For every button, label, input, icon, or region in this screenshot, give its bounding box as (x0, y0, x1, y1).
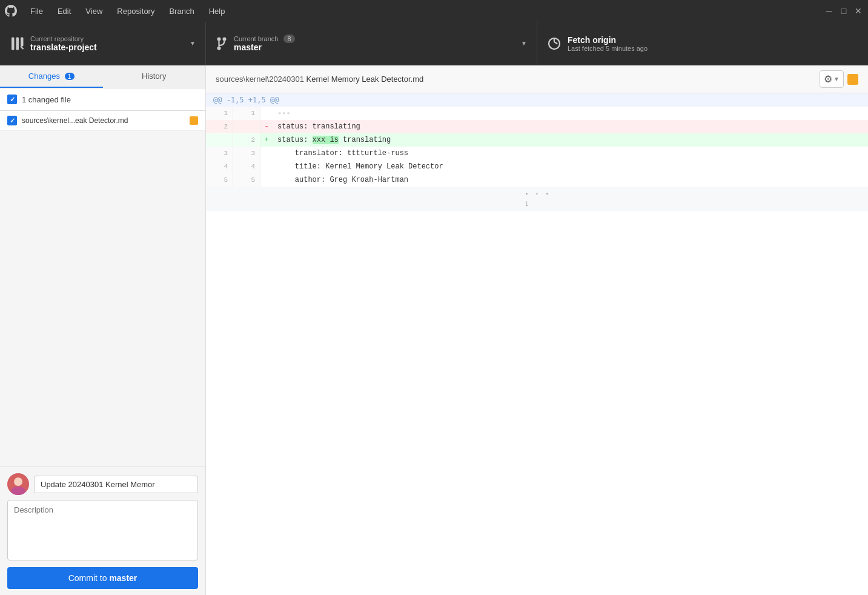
diff-badge-button[interactable] (847, 74, 858, 85)
branch-chevron-icon: ▼ (521, 40, 527, 47)
repo-icon (10, 36, 24, 51)
commit-button[interactable]: Commit to master (7, 567, 198, 589)
file-item[interactable]: sources\kernel...eak Detector.md (0, 111, 205, 131)
svg-point-4 (223, 37, 227, 41)
diff-line-4: 4 4 title: Kernel Memory Leak Detector (206, 160, 868, 173)
diff-line-removed-2: 2 - status: translating (206, 120, 868, 133)
diff-highlight-span: xxx is (313, 136, 339, 144)
diff-line-5: 5 5 author: Greg Kroah-Hartman (206, 173, 868, 187)
diff-line-added-2: 2 + status: xxx is translating (206, 133, 868, 147)
diff-line-1: 1 1 --- (206, 107, 868, 120)
diff-settings-button[interactable]: ⚙▼ (820, 70, 844, 88)
fetch-label: Fetch origin (568, 35, 648, 45)
changed-files-header: 1 changed file (0, 88, 205, 111)
diff-line-3: 3 3 translator: tttturtle-russ (206, 147, 868, 160)
svg-point-5 (217, 46, 221, 50)
commit-summary-input[interactable] (34, 476, 198, 493)
diff-hunk-header: @@ -1,5 +1,5 @@ (206, 93, 868, 107)
current-branch-section[interactable]: Current branch 8 master ▼ (206, 22, 537, 65)
branch-name: master (234, 42, 295, 52)
changed-files-count: 1 changed file (22, 95, 71, 104)
select-all-checkbox[interactable] (7, 95, 17, 104)
svg-point-3 (217, 37, 221, 41)
repo-label: Current repository (30, 35, 97, 42)
diff-header: sources\kernel\20240301 Kernel Memory Le… (206, 65, 868, 93)
commit-area: Commit to master (0, 467, 205, 595)
repo-name: translate-project (30, 42, 97, 52)
file-name: sources\kernel...eak Detector.md (22, 116, 185, 125)
minimize-button[interactable]: ─ (824, 6, 834, 16)
fetch-sublabel: Last fetched 5 minutes ago (568, 45, 648, 52)
toolbar: Current repository translate-project ▼ C… (0, 22, 868, 65)
svg-point-8 (14, 477, 22, 486)
branch-label: Current branch 8 (234, 35, 295, 42)
window-controls: ─ □ ✕ (824, 6, 863, 16)
menu-repository[interactable]: Repository (111, 4, 161, 18)
svg-rect-1 (16, 37, 19, 50)
avatar (7, 473, 29, 495)
commit-input-row (7, 473, 198, 495)
repo-chevron-icon: ▼ (190, 40, 196, 47)
sidebar-spacer (0, 131, 205, 467)
main-content: Changes 1 History 1 changed file sources… (0, 65, 868, 595)
tab-changes[interactable]: Changes 1 (0, 65, 103, 88)
menu-edit[interactable]: Edit (51, 4, 77, 18)
changes-badge: 1 (65, 73, 75, 80)
menu-bar: File Edit View Repository Branch Help ─ … (0, 0, 868, 22)
diff-tools: ⚙▼ (820, 70, 858, 88)
current-repo-section[interactable]: Current repository translate-project ▼ (0, 22, 206, 65)
close-button[interactable]: ✕ (853, 6, 863, 16)
fetch-icon (547, 36, 562, 51)
menu-branch[interactable]: Branch (163, 4, 200, 18)
tab-history[interactable]: History (103, 65, 206, 88)
svg-rect-0 (12, 37, 15, 50)
diff-expand-button[interactable]: · · ·↓ (206, 187, 868, 211)
menu-file[interactable]: File (24, 4, 49, 18)
diff-content[interactable]: @@ -1,5 +1,5 @@ 1 1 --- 2 - status: tran… (206, 93, 868, 595)
diff-filepath: sources\kernel\20240301 Kernel Memory Le… (216, 75, 815, 84)
branch-icon (216, 36, 228, 51)
sidebar: Changes 1 History 1 changed file sources… (0, 65, 206, 595)
sidebar-tabs: Changes 1 History (0, 65, 205, 88)
svg-rect-2 (21, 37, 24, 46)
github-icon (5, 5, 17, 17)
file-modified-badge (190, 116, 198, 125)
maximize-button[interactable]: □ (839, 6, 849, 16)
menu-view[interactable]: View (79, 4, 108, 18)
menu-help[interactable]: Help (203, 4, 231, 18)
file-checkbox[interactable] (7, 116, 17, 125)
commit-description-input[interactable] (7, 500, 198, 560)
fetch-origin-section[interactable]: Fetch origin Last fetched 5 minutes ago (537, 22, 868, 65)
diff-panel: sources\kernel\20240301 Kernel Memory Le… (206, 65, 868, 595)
